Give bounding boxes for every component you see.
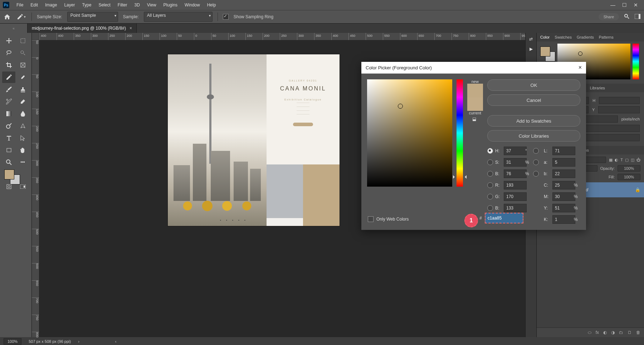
menu-select[interactable]: Select <box>95 1 114 9</box>
l-radio[interactable] <box>533 148 539 154</box>
add-swatches-button[interactable]: Add to Swatches <box>487 115 580 127</box>
fill-input[interactable]: 100% <box>618 174 640 180</box>
current-color-box[interactable] <box>467 97 483 111</box>
g-input[interactable] <box>504 192 527 201</box>
share-button[interactable]: Share <box>599 13 619 20</box>
marquee-tool-icon[interactable] <box>16 35 29 46</box>
hex-input[interactable] <box>485 213 523 223</box>
filter-adj-icon[interactable]: ◐ <box>615 158 618 162</box>
frame-tool-icon[interactable] <box>16 59 29 71</box>
hue-slider[interactable] <box>457 79 463 187</box>
hue-strip[interactable] <box>633 44 639 79</box>
lasso-tool-icon[interactable] <box>2 47 15 59</box>
prop-h-input[interactable] <box>599 97 640 104</box>
quick-select-tool-icon[interactable] <box>16 47 29 59</box>
doc-info-chevron-icon[interactable]: › <box>78 339 79 344</box>
gradient-tool-icon[interactable] <box>2 108 15 119</box>
tab-close-icon[interactable]: × <box>130 26 132 31</box>
dock-icon-1[interactable]: ⇄ <box>529 36 533 41</box>
history-brush-tool-icon[interactable] <box>2 96 15 107</box>
more-tools-icon[interactable]: ••• <box>16 157 29 168</box>
ok-button[interactable]: OK <box>487 79 580 91</box>
bb-input[interactable] <box>504 204 527 212</box>
pen-tool-icon[interactable] <box>16 120 29 132</box>
foreground-swatch[interactable] <box>4 169 14 179</box>
bb-radio[interactable] <box>487 205 493 211</box>
filter-toggle-icon[interactable]: ⏻ <box>636 158 640 162</box>
b2-input[interactable] <box>552 169 575 178</box>
new-color-box[interactable] <box>467 84 483 97</box>
sample-size-combo[interactable]: Point Sample▾ <box>67 12 118 22</box>
b-input[interactable] <box>504 169 527 178</box>
group-icon[interactable]: 🗀 <box>619 330 623 335</box>
type-tool-icon[interactable] <box>2 132 15 144</box>
s-radio[interactable] <box>487 159 493 165</box>
lock-icon[interactable]: 🔒 <box>635 187 640 192</box>
brush-tool-icon[interactable] <box>2 84 15 95</box>
r-input[interactable] <box>504 181 527 189</box>
crop-tool-icon[interactable] <box>2 59 15 71</box>
filter-shape-icon[interactable]: ▢ <box>625 158 629 162</box>
menu-edit[interactable]: Edit <box>27 1 42 9</box>
filter-type-icon[interactable]: T <box>620 158 623 162</box>
menu-type[interactable]: Type <box>78 1 95 9</box>
color-libraries-button[interactable]: Color Libraries <box>487 130 580 142</box>
path-select-tool-icon[interactable] <box>16 132 29 144</box>
g-radio[interactable] <box>487 194 493 199</box>
home-icon[interactable] <box>4 14 11 20</box>
eyedropper-indicator-icon[interactable]: ▾ <box>16 13 26 21</box>
tab-libraries[interactable]: Libraries <box>590 86 605 90</box>
r-radio[interactable] <box>487 182 493 188</box>
filter-pixel-icon[interactable]: ▦ <box>609 158 613 162</box>
menu-help[interactable]: Help <box>204 1 220 9</box>
a-input[interactable] <box>552 158 575 167</box>
minimize-icon[interactable]: — <box>610 2 615 8</box>
tab-swatches[interactable]: Swatches <box>555 35 572 39</box>
sample-combo[interactable]: All Layers▾ <box>144 12 213 22</box>
maximize-icon[interactable]: ☐ <box>622 2 627 8</box>
trash-icon[interactable]: 🗑 <box>636 330 640 335</box>
close-icon[interactable]: ✕ <box>633 2 638 8</box>
eraser-tool-icon[interactable] <box>16 96 29 107</box>
menu-3d[interactable]: 3D <box>131 1 143 9</box>
h-input[interactable] <box>504 147 527 155</box>
k-input[interactable] <box>552 215 575 224</box>
scroll-left-icon[interactable]: ‹ <box>115 339 117 344</box>
y-input[interactable] <box>552 204 575 212</box>
color-swatch[interactable] <box>2 169 29 185</box>
menu-view[interactable]: View <box>143 1 160 9</box>
menu-layer[interactable]: Layer <box>60 1 78 9</box>
tab-patterns[interactable]: Patterns <box>599 35 614 39</box>
fx-icon[interactable]: fx <box>596 330 599 335</box>
filter-smart-icon[interactable]: ◫ <box>631 158 634 162</box>
s-input[interactable] <box>504 158 527 167</box>
b2-radio[interactable] <box>533 171 539 177</box>
a-radio[interactable] <box>533 159 539 165</box>
zoom-field[interactable]: 100% <box>4 338 21 345</box>
eyedropper-tool-icon[interactable] <box>2 72 15 83</box>
opacity-input[interactable]: 100% <box>618 165 640 172</box>
link-icon[interactable]: ⬭ <box>588 330 591 335</box>
document-tab[interactable]: midjourney-final-selection.png @ 100% (R… <box>28 24 137 33</box>
c-input[interactable] <box>552 181 575 189</box>
sv-field[interactable] <box>367 79 452 187</box>
zoom-tool-icon[interactable] <box>2 157 15 168</box>
hand-tool-icon[interactable] <box>16 144 29 156</box>
stamp-tool-icon[interactable] <box>16 84 29 95</box>
rectangle-tool-icon[interactable] <box>2 144 15 156</box>
cancel-button[interactable]: Cancel <box>487 94 580 106</box>
show-ring-checkbox[interactable] <box>223 14 229 20</box>
vertical-ruler[interactable]: 5005010015020025030035040045050055060065… <box>32 40 39 337</box>
adjust-icon[interactable]: ◑ <box>611 330 615 335</box>
horizontal-ruler[interactable]: 4004003503002502001501005005010015020025… <box>32 33 525 40</box>
menu-plugins[interactable]: Plugins <box>160 1 181 9</box>
menu-window[interactable]: Window <box>181 1 204 9</box>
dialog-titlebar[interactable]: Color Picker (Foreground Color) × <box>361 62 586 74</box>
menu-file[interactable]: File <box>13 1 27 9</box>
new-layer-icon[interactable]: 🗋 <box>628 330 632 335</box>
panel-fg-swatch[interactable] <box>540 46 550 56</box>
menu-image[interactable]: Image <box>42 1 60 9</box>
dialog-close-icon[interactable]: × <box>579 64 582 71</box>
m-input[interactable] <box>552 192 575 201</box>
web-colors-checkbox[interactable] <box>368 216 374 222</box>
